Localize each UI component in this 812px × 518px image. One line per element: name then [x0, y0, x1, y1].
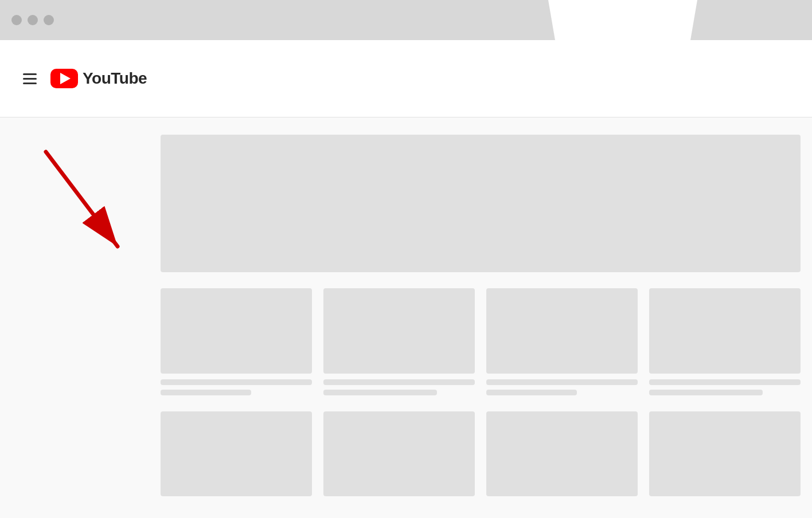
- video-card-6[interactable]: [323, 411, 475, 497]
- skeleton-subtitle-2: [323, 390, 437, 395]
- traffic-lights: [11, 15, 54, 25]
- hero-banner-skeleton: [161, 135, 801, 272]
- skeleton-subtitle-3: [486, 390, 577, 395]
- hamburger-line-1: [23, 73, 37, 75]
- video-grid-row-1: [161, 288, 801, 395]
- video-card-4[interactable]: [649, 288, 801, 395]
- video-card-7[interactable]: [486, 411, 638, 497]
- browser-chrome: [0, 0, 812, 40]
- maximize-button[interactable]: [44, 15, 54, 25]
- main-layout: [0, 117, 812, 518]
- video-thumbnail-7: [486, 411, 638, 497]
- skeleton-title-4: [649, 379, 801, 385]
- video-thumbnail-6: [323, 411, 475, 497]
- video-card-3[interactable]: [486, 288, 638, 395]
- arrow-annotation: [34, 146, 149, 272]
- video-thumbnail-1: [161, 288, 312, 374]
- youtube-icon: [50, 69, 78, 88]
- annotation-arrow-svg: [34, 146, 149, 272]
- skeleton-title-3: [486, 379, 638, 385]
- video-thumbnail-4: [649, 288, 801, 374]
- video-thumbnail-8: [649, 411, 801, 497]
- youtube-wordmark: YouTube: [83, 69, 147, 88]
- sidebar: [0, 117, 149, 518]
- video-meta-4: [649, 379, 801, 395]
- video-meta-1: [161, 379, 312, 395]
- hamburger-line-3: [23, 83, 37, 84]
- svg-line-1: [46, 152, 118, 246]
- logo-container[interactable]: YouTube: [50, 69, 147, 88]
- minimize-button[interactable]: [28, 15, 38, 25]
- skeleton-title-2: [323, 379, 475, 385]
- skeleton-subtitle-4: [649, 390, 763, 395]
- video-card-2[interactable]: [323, 288, 475, 395]
- close-button[interactable]: [11, 15, 22, 25]
- video-thumbnail-5: [161, 411, 312, 497]
- video-card-1[interactable]: [161, 288, 312, 395]
- hamburger-menu-button[interactable]: [23, 73, 37, 84]
- video-grid-row-2: [161, 411, 801, 497]
- hamburger-line-2: [23, 78, 37, 80]
- video-card-5[interactable]: [161, 411, 312, 497]
- video-thumbnail-2: [323, 288, 475, 374]
- navbar: YouTube: [0, 40, 812, 117]
- video-card-8[interactable]: [649, 411, 801, 497]
- video-meta-3: [486, 379, 638, 395]
- skeleton-title-1: [161, 379, 312, 385]
- video-thumbnail-3: [486, 288, 638, 374]
- content-area: [149, 117, 812, 518]
- browser-tab[interactable]: [548, 0, 697, 40]
- skeleton-subtitle-1: [161, 390, 251, 395]
- video-meta-2: [323, 379, 475, 395]
